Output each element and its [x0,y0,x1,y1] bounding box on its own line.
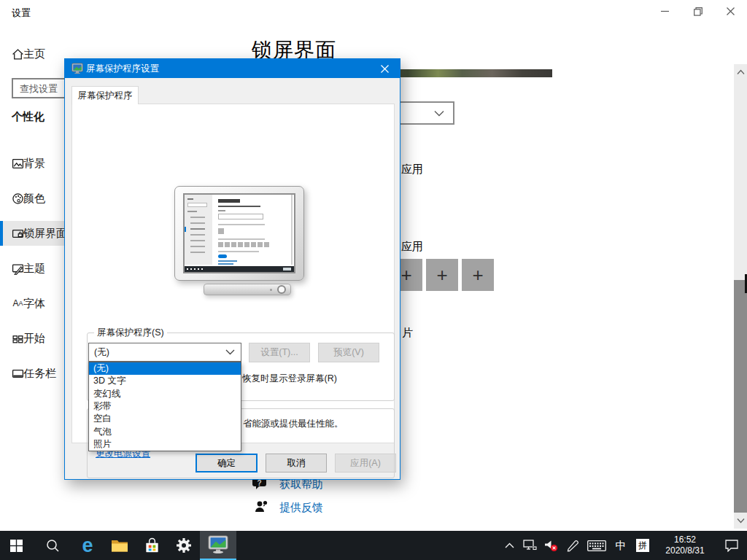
tray-pen-button[interactable] [562,531,584,560]
feedback-icon [254,499,268,514]
windows-start-icon [10,540,23,552]
dropdown-option-photos[interactable]: 照片 [89,438,241,451]
touch-keyboard-icon [587,540,606,551]
feedback-link[interactable]: 提供反馈 [279,501,323,515]
picture-text-fragment: 片 [402,326,413,340]
resume-logon-text: 恢复时显示登录屏幕(R) [242,373,337,385]
detailed-status-app-text-fragment: 应用 [401,163,423,176]
screensaver-dialog-icon [71,63,83,74]
settings-button[interactable]: 设置(T)... [249,343,310,362]
dropdown-option-mystify[interactable]: 变幻线 [89,388,241,400]
scrollbar-thumb[interactable] [734,280,747,513]
sidebar-item-label: 开始 [23,332,45,346]
monitor-indicator-dot [270,289,272,291]
ime-mode-button[interactable]: 中 [610,531,632,560]
store-icon [144,537,160,554]
action-center-button[interactable] [716,531,747,560]
fonts-icon: AA [12,298,24,310]
tray-volume-button[interactable] [540,531,562,560]
sidebar-section-title: 个性化 [12,110,44,124]
combobox-value: (无) [94,346,225,359]
clock-date: 2020/8/31 [654,545,716,556]
add-app-tile[interactable]: + [462,259,494,291]
app-title: 设置 [12,7,31,20]
restore-button[interactable] [681,1,714,22]
quick-status-app-text-fragment: 应用 [401,240,423,254]
scrollbar-down-icon[interactable] [737,518,745,524]
clock-time: 16:52 [654,534,716,545]
dropdown-option-bubbles[interactable]: 气泡 [89,425,241,438]
dropdown-option-ribbons[interactable]: 彩带 [89,400,241,413]
chevron-down-icon [225,349,235,355]
groupbox-label: 屏幕保护程序(S) [94,327,167,339]
scrollbar-up-icon[interactable] [737,69,745,75]
sidebar-item-label: 锁屏界面 [23,227,67,241]
clock[interactable]: 16:52 2020/8/31 [654,534,716,556]
dialog-tab-page: 屏幕保护程序(S) (无) 设置(T)... 预览(V) 恢复时显示登录屏幕(R… [71,104,395,443]
taskbar-store-button[interactable] [136,531,168,560]
sidebar-item-label: 背景 [23,157,45,171]
screensaver-app-icon [208,535,228,554]
dialog-titlebar[interactable]: 屏幕保护程序设置 [65,59,400,78]
selected-accent-bar [0,221,3,246]
monitor-power-button [277,285,286,294]
dialog-close-button[interactable] [369,59,400,78]
tray-show-hidden-button[interactable] [499,531,519,560]
close-button[interactable] [714,1,747,22]
action-center-icon [724,540,739,552]
mini-heading [218,199,240,203]
dropdown-option-3dtext[interactable]: 3D 文字 [89,375,241,387]
pen-icon [567,540,579,552]
sidebar-item-label: 颜色 [23,192,45,206]
tray-touch-keyboard-button[interactable] [584,531,610,560]
taskbar-icon [12,368,24,380]
tray-network-button[interactable] [519,531,540,560]
ime-indicator-button[interactable]: 拼 [632,531,654,560]
screensaver-dropdown-list: (无) 3D 文字 变幻线 彩带 空白 气泡 照片 [88,362,241,451]
dialog-title: 屏幕保护程序设置 [86,63,159,75]
screensaver-settings-dialog: 屏幕保护程序设置 屏幕保护程序 [64,58,400,480]
chevron-down-icon [434,110,444,117]
theme-icon [12,262,24,275]
taskbar-explorer-button[interactable] [104,531,136,560]
tab-screensaver[interactable]: 屏幕保护程序 [71,86,139,104]
image-icon [12,158,24,170]
start-grid-icon [12,332,24,345]
file-explorer-icon [111,539,128,553]
lockscreen-icon [12,228,24,240]
sidebar-item-label: 任务栏 [23,367,56,381]
palette-icon [12,192,24,205]
close-icon [727,7,735,15]
dropdown-option-none[interactable]: (无) [89,362,241,375]
search-icon [46,539,59,552]
tab-label: 屏幕保护程序 [78,90,133,102]
power-description-fragment: 省能源或提供最佳性能。 [243,418,344,430]
taskbar-screensaver-app-button[interactable] [200,531,236,560]
taskbar-search-button[interactable] [36,531,69,560]
taskbar-settings-button[interactable] [168,531,200,560]
start-button[interactable] [0,531,32,560]
network-icon [523,540,537,551]
minimize-icon [661,7,669,15]
tray-chevron-up-icon [505,542,514,549]
taskbar: e [0,531,747,560]
desktop: 设置 主页 个性化 背景 颜色 锁屏界面 [0,0,747,560]
sidebar-item-label: 主页 [23,47,45,61]
sidebar-item-label: 字体 [23,297,45,311]
volume-muted-icon [544,540,558,552]
dropdown-option-blank[interactable]: 空白 [89,413,241,425]
svg-text:?: ? [257,479,261,487]
preview-button[interactable]: 预览(V) [318,343,379,362]
mini-toggle [218,254,227,258]
taskbar-edge-button[interactable]: e [71,531,104,560]
mini-taskbar [185,266,294,272]
add-app-tile[interactable]: + [426,259,458,291]
restore-icon [694,7,703,16]
screensaver-combobox[interactable]: (无) [88,343,241,362]
minimize-button[interactable] [649,1,681,22]
close-icon [381,65,389,73]
ime-pinyin-badge: 拼 [636,539,649,552]
home-icon [12,48,24,61]
edge-icon: e [82,536,93,556]
ime-mode-label: 中 [616,539,627,553]
